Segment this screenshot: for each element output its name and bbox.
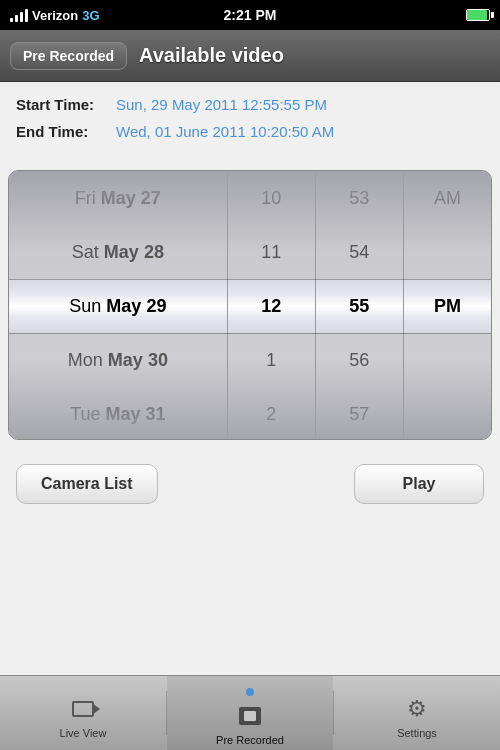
date-column[interactable]: Fri May 27 Sat May 28 Sun May 29 Mon May… xyxy=(9,171,228,439)
camera-list-button[interactable]: Camera List xyxy=(16,464,158,504)
status-right xyxy=(466,9,490,21)
picker-inner: Fri May 27 Sat May 28 Sun May 29 Mon May… xyxy=(9,171,491,439)
date-item-mon-may30: Mon May 30 xyxy=(9,333,227,387)
ampm-col-items: AM PM xyxy=(404,171,491,439)
start-time-label: Start Time: xyxy=(16,96,116,113)
hour-10: 10 xyxy=(228,171,315,225)
minute-57: 57 xyxy=(316,387,403,439)
content-area: Start Time: Sun, 29 May 2011 12:55:55 PM… xyxy=(0,82,500,160)
nav-bar: Pre Recorded Available video xyxy=(0,30,500,82)
date-item-tue-may31: Tue May 31 xyxy=(9,387,227,439)
date-col-items: Fri May 27 Sat May 28 Sun May 29 Mon May… xyxy=(9,171,227,439)
camera-icon-shape xyxy=(72,701,94,717)
date-item-sun-may29: Sun May 29 xyxy=(9,279,227,333)
tab-live-view[interactable]: Live View xyxy=(0,676,166,750)
battery-icon xyxy=(466,9,490,21)
start-time-row: Start Time: Sun, 29 May 2011 12:55:55 PM xyxy=(16,96,484,113)
hour-12: 12 xyxy=(228,279,315,333)
end-time-row: End Time: Wed, 01 June 2011 10:20:50 AM xyxy=(16,123,484,140)
ampm-pm: PM xyxy=(404,279,491,333)
film-icon-inner xyxy=(244,711,256,721)
status-bar: Verizon 3G 2:21 PM xyxy=(0,0,500,30)
minute-55: 55 xyxy=(316,279,403,333)
minute-56: 56 xyxy=(316,333,403,387)
hour-11: 11 xyxy=(228,225,315,279)
minute-53: 53 xyxy=(316,171,403,225)
gear-icon: ⚙ xyxy=(403,695,431,723)
date-item-sat-may28: Sat May 28 xyxy=(9,225,227,279)
buttons-row: Camera List Play xyxy=(0,450,500,518)
hour-column[interactable]: 10 11 12 1 2 xyxy=(228,171,316,439)
hour-1: 1 xyxy=(228,333,315,387)
ampm-column[interactable]: AM PM xyxy=(404,171,491,439)
tab-settings[interactable]: ⚙ Settings xyxy=(334,676,500,750)
carrier-label: Verizon xyxy=(32,8,78,23)
minute-54: 54 xyxy=(316,225,403,279)
minute-col-items: 53 54 55 56 57 xyxy=(316,171,403,439)
start-time-value: Sun, 29 May 2011 12:55:55 PM xyxy=(116,96,327,113)
tab-live-view-label: Live View xyxy=(60,727,107,739)
hour-col-items: 10 11 12 1 2 xyxy=(228,171,315,439)
page-title: Available video xyxy=(139,44,284,67)
tab-active-indicator xyxy=(246,688,254,696)
date-item-fri-may27: Fri May 27 xyxy=(9,171,227,225)
end-time-value: Wed, 01 June 2011 10:20:50 AM xyxy=(116,123,334,140)
ampm-blank2 xyxy=(404,333,491,387)
tab-bar: Live View Pre Recorded ⚙ Settings xyxy=(0,675,500,750)
hour-2: 2 xyxy=(228,387,315,439)
play-button[interactable]: Play xyxy=(354,464,484,504)
end-time-label: End Time: xyxy=(16,123,116,140)
ampm-blank1 xyxy=(404,225,491,279)
tab-pre-recorded-label: Pre Recorded xyxy=(216,734,284,746)
tab-pre-recorded[interactable]: Pre Recorded xyxy=(167,676,333,750)
network-label: 3G xyxy=(82,8,99,23)
film-icon-shape xyxy=(239,707,261,725)
minute-column[interactable]: 53 54 55 56 57 xyxy=(316,171,404,439)
ampm-am-top: AM xyxy=(404,171,491,225)
tab-settings-label: Settings xyxy=(397,727,437,739)
status-time: 2:21 PM xyxy=(224,7,277,23)
pre-recorded-badge[interactable]: Pre Recorded xyxy=(10,42,127,70)
camera-icon xyxy=(69,695,97,723)
signal-icon xyxy=(10,8,28,22)
status-carrier: Verizon 3G xyxy=(10,8,100,23)
date-time-picker[interactable]: Fri May 27 Sat May 28 Sun May 29 Mon May… xyxy=(8,170,492,440)
gear-icon-glyph: ⚙ xyxy=(407,698,427,720)
ampm-blank3 xyxy=(404,387,491,439)
battery-fill xyxy=(467,10,487,20)
film-icon xyxy=(236,702,264,730)
